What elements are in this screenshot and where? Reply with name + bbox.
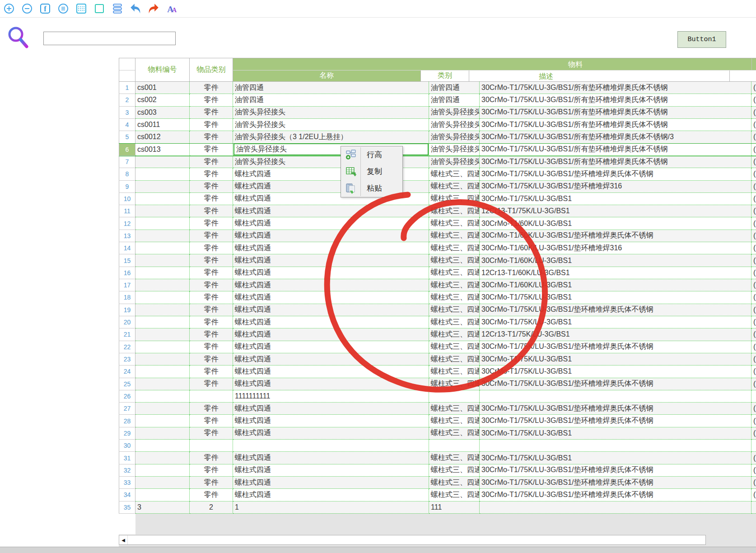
cell-type[interactable]: 油管头异径接头 xyxy=(429,131,480,143)
cell-more[interactable] xyxy=(751,440,756,452)
col-header-item-category[interactable]: 物品类别 xyxy=(190,58,233,82)
table-row[interactable]: 25零件螺柱式四通螺柱式三、四通30CrMo-T1/75K/LU-3G/BS1/… xyxy=(119,378,756,390)
cell-type[interactable]: 螺柱式三、四通 xyxy=(429,205,480,217)
cell-more[interactable]: ( xyxy=(751,267,756,279)
corner-header-cell[interactable] xyxy=(119,58,135,82)
cell-n[interactable]: 2 xyxy=(119,94,135,106)
cell-n[interactable]: 10 xyxy=(119,193,135,205)
cell-desc[interactable]: 30CrMo-T1/75K/LU-3G/BS1/垫环槽堆焊奥氏体不锈钢 xyxy=(480,464,751,477)
table-row[interactable]: 4cs0011零件油管头异径接头油管头异径接头30CrMo-T1/75K/LU-… xyxy=(119,119,756,131)
menu-item-paste[interactable]: 粘贴 xyxy=(341,180,402,197)
cell-more[interactable]: ( xyxy=(751,217,756,230)
cell-no[interactable] xyxy=(135,267,190,279)
cell-name[interactable]: 油管头异径接头 xyxy=(233,119,429,131)
cell-desc[interactable]: 30CrMo-T1/75K/LU-3G/BS1/垫环槽堆焊奥氏体不锈钢 xyxy=(480,477,751,489)
cell-name[interactable]: 螺柱式四通 xyxy=(233,254,429,267)
cell-more[interactable]: ( xyxy=(751,378,756,390)
cell-name[interactable]: 螺柱式四通 xyxy=(233,477,429,489)
cell-desc[interactable]: 30CrMo-T1/75K/LU-3G/BS1 xyxy=(480,291,751,304)
cell-name[interactable]: 螺柱式四通 xyxy=(233,353,429,366)
cell-name[interactable]: 螺柱式四通 xyxy=(233,279,429,291)
cell-no[interactable] xyxy=(135,168,190,180)
cell-cat[interactable]: 零件 xyxy=(190,267,233,279)
cell-no[interactable] xyxy=(135,181,190,193)
cell-type[interactable] xyxy=(429,390,480,403)
cell-desc[interactable]: 30CrMo-T1/60K/LU-3G/BS1/垫环槽堆焊316 xyxy=(480,242,751,254)
cell-no[interactable] xyxy=(135,452,190,464)
search-input[interactable] xyxy=(43,32,176,45)
cell-n[interactable]: 1 xyxy=(119,82,135,94)
cell-desc[interactable]: 30CrMo-T1/75K/LU-3G/BS1/垫环槽堆焊奥氏体不锈钢 xyxy=(480,378,751,390)
cell-type[interactable]: 油管头异径接头 xyxy=(429,119,480,131)
cell-name[interactable]: 螺柱式四通 xyxy=(233,464,429,477)
cell-name[interactable]: 油管四通 xyxy=(233,94,429,106)
table-row[interactable]: 10零件螺柱式四通螺柱式三、四通30CrMo-T1/75K/LU-3G/BS1( xyxy=(119,193,756,205)
cell-n[interactable]: 27 xyxy=(119,403,135,415)
cell-n[interactable]: 3 xyxy=(119,107,135,119)
cell-n[interactable]: 21 xyxy=(119,328,135,341)
cell-n[interactable]: 4 xyxy=(119,119,135,131)
cell-type[interactable]: 螺柱式三、四通 xyxy=(429,168,480,180)
table-row[interactable]: 8零件螺柱式四通螺柱式三、四通30CrMo-T1/75K/LU-3G/BS1/垫… xyxy=(119,168,756,180)
cell-cat[interactable]: 零件 xyxy=(190,82,233,94)
cell-name[interactable]: 油管四通 xyxy=(233,82,429,94)
cell-n[interactable]: 18 xyxy=(119,291,135,304)
table-row[interactable]: 3cs003零件油管头异径接头油管头异径接头30CrMo-T1/75K/LU-3… xyxy=(119,107,756,119)
table-row[interactable]: 15零件螺柱式四通螺柱式三、四通30CrMo-T1/60K/LU-3G/BS1( xyxy=(119,254,756,267)
cell-cat[interactable] xyxy=(190,390,233,403)
cell-cat[interactable]: 零件 xyxy=(190,94,233,106)
cell-desc[interactable]: 30CrMo-T1/60K/LU-3G/BS1 xyxy=(480,254,751,267)
cell-n[interactable]: 15 xyxy=(119,254,135,267)
cell-type[interactable]: 螺柱式三、四通 xyxy=(429,353,480,366)
cell-desc[interactable]: 12Cr13-T1/60K/LU-3G/BS1 xyxy=(480,267,751,279)
cell-name[interactable]: 1 xyxy=(233,501,429,514)
table-row[interactable]: 27零件螺柱式四通螺柱式三、四通30CrMo-T1/75K/LU-3G/BS1/… xyxy=(119,403,756,415)
cell-desc[interactable]: 30CrMo-T1/60K/LU-3G/BS1 xyxy=(480,217,751,230)
cell-desc[interactable] xyxy=(480,501,751,514)
cell-more[interactable] xyxy=(751,501,756,514)
cell-n[interactable]: 17 xyxy=(119,279,135,291)
table-row[interactable]: 16零件螺柱式四通螺柱式三、四通12Cr13-T1/60K/LU-3G/BS1( xyxy=(119,267,756,279)
cell-cat[interactable]: 零件 xyxy=(190,452,233,464)
cell-cat[interactable]: 零件 xyxy=(190,378,233,390)
cell-more[interactable]: ( xyxy=(751,156,756,168)
cell-desc[interactable]: 30CrMo-T1/75K/LU-3G/BS1 xyxy=(480,353,751,366)
cell-cat[interactable]: 零件 xyxy=(190,144,233,156)
cell-cat[interactable]: 零件 xyxy=(190,489,233,501)
table-row[interactable]: 11零件螺柱式四通螺柱式三、四通12Cr13-T1/75K/LU-3G/BS1( xyxy=(119,205,756,217)
cell-no[interactable] xyxy=(135,316,190,328)
list-circle-icon[interactable] xyxy=(56,2,70,15)
cell-name[interactable]: 螺柱式四通 xyxy=(233,427,429,440)
cell-more[interactable] xyxy=(751,390,756,403)
horizontal-scrollbar[interactable]: ◀ xyxy=(119,535,706,545)
function-f-icon[interactable]: f xyxy=(38,2,52,15)
cell-type[interactable]: 螺柱式三、四通 xyxy=(429,403,480,415)
cell-type[interactable]: 螺柱式三、四通 xyxy=(429,217,480,230)
cell-type[interactable]: 螺柱式三、四通 xyxy=(429,464,480,477)
cell-cat[interactable]: 零件 xyxy=(190,193,233,205)
search-icon[interactable] xyxy=(6,25,31,50)
cell-n[interactable]: 26 xyxy=(119,390,135,403)
cell-n[interactable]: 25 xyxy=(119,378,135,390)
cell-no[interactable]: cs0013 xyxy=(135,144,190,156)
cell-no[interactable] xyxy=(135,415,190,427)
table-row[interactable]: 23零件螺柱式四通螺柱式三、四通30CrMo-T1/75K/LU-3G/BS1( xyxy=(119,353,756,366)
table-row[interactable]: 17零件螺柱式四通螺柱式三、四通30CrMo-T1/60K/LU-3G/BS1( xyxy=(119,279,756,291)
cell-no[interactable] xyxy=(135,403,190,415)
cell-name[interactable]: 螺柱式四通 xyxy=(233,230,429,242)
dashed-table-icon[interactable] xyxy=(75,2,88,15)
cell-desc[interactable]: 30CrMo-T1/75K/LU-3G/BS1/所有垫环槽堆焊奥氏体不锈钢 xyxy=(480,94,751,106)
col-header-category[interactable]: 类别 xyxy=(421,70,469,82)
cell-more[interactable]: ( xyxy=(751,341,756,353)
cell-name[interactable]: 油管头异径接头 xyxy=(233,107,429,119)
cell-type[interactable]: 螺柱式三、四通 xyxy=(429,452,480,464)
cell-cat[interactable] xyxy=(190,440,233,452)
cell-name[interactable]: 螺柱式四通 xyxy=(233,452,429,464)
table-row[interactable]: 12零件螺柱式四通螺柱式三、四通30CrMo-T1/60K/LU-3G/BS1( xyxy=(119,217,756,230)
cell-cat[interactable]: 零件 xyxy=(190,279,233,291)
table-row[interactable]: 13零件螺柱式四通螺柱式三、四通30CrMo-T1/60K/LU-3G/BS1/… xyxy=(119,230,756,242)
cell-no[interactable]: cs001 xyxy=(135,82,190,94)
cell-no[interactable]: cs003 xyxy=(135,107,190,119)
cell-desc[interactable]: 30CrMo-T1/75K/LU-3G/BS1/垫环槽堆焊奥氏体不锈钢 xyxy=(480,304,751,316)
cell-name[interactable]: 螺柱式四通 xyxy=(233,403,429,415)
